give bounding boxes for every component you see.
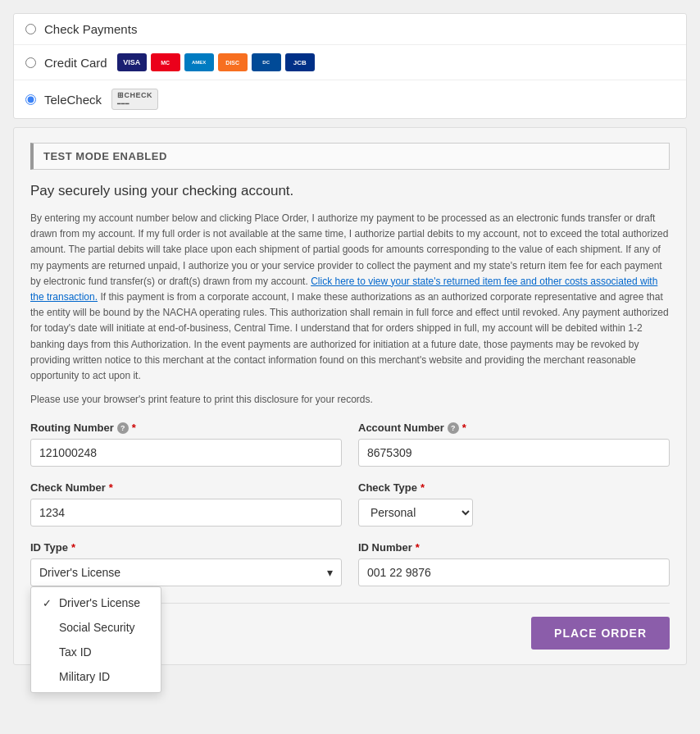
check-number-label: Check Number * xyxy=(30,481,342,494)
form-row-3: ID Type * Driver's License ▾ ✓ Driver's … xyxy=(30,541,670,586)
print-notice: Please use your browser's print feature … xyxy=(30,394,670,405)
id-number-required: * xyxy=(416,541,420,554)
telecheck-logo-icon: ⊞CHECK━━━ xyxy=(111,89,158,110)
test-mode-banner: TEST MODE ENABLED xyxy=(30,143,670,170)
check-number-input[interactable] xyxy=(30,499,342,527)
discover-icon: DISC xyxy=(218,53,248,71)
account-number-input[interactable] xyxy=(358,439,670,467)
routing-number-group: Routing Number ? * xyxy=(30,422,342,467)
check-type-label: Check Type * xyxy=(358,481,670,494)
id-type-option-social-security[interactable]: Social Security xyxy=(31,615,161,640)
mastercard-icon: MC xyxy=(151,53,180,71)
payment-option-check[interactable]: Check Payments xyxy=(14,14,686,45)
telecheck-label: TeleCheck xyxy=(44,93,102,107)
payment-options-container: Check Payments Credit Card VISA MC AMEX … xyxy=(13,13,687,119)
routing-required: * xyxy=(132,422,136,434)
id-type-option-tax-id[interactable]: Tax ID xyxy=(31,640,161,664)
empty-check-icon-3 xyxy=(43,671,54,683)
check-number-group: Check Number * xyxy=(30,481,342,527)
check-label: Check Payments xyxy=(44,22,137,36)
account-required: * xyxy=(462,422,466,434)
jcb-icon: JCB xyxy=(285,53,315,71)
radio-credit[interactable] xyxy=(25,57,36,68)
payment-option-credit[interactable]: Credit Card VISA MC AMEX DISC DC JCB xyxy=(14,45,686,80)
diners-icon: DC xyxy=(252,53,281,71)
routing-number-label: Routing Number ? * xyxy=(30,422,342,434)
id-number-input[interactable] xyxy=(358,558,670,586)
place-order-button[interactable]: PLACE ORDER xyxy=(531,617,670,650)
id-type-container: Driver's License ▾ ✓ Driver's License So… xyxy=(30,558,342,586)
form-row-2: Check Number * Check Type * Personal Bus… xyxy=(30,481,670,527)
payment-option-telecheck[interactable]: TeleCheck ⊞CHECK━━━ xyxy=(14,80,686,118)
id-type-group: ID Type * Driver's License ▾ ✓ Driver's … xyxy=(30,541,342,586)
account-help-icon[interactable]: ? xyxy=(448,422,459,434)
visa-icon: VISA xyxy=(117,53,147,71)
account-number-label: Account Number ? * xyxy=(358,422,670,434)
id-type-dropdown-button[interactable]: Driver's License ▾ xyxy=(30,558,342,586)
id-type-selected-value: Driver's License xyxy=(39,566,120,579)
card-icons: VISA MC AMEX DISC DC JCB xyxy=(117,53,315,71)
disclosure-main: By entering my account number below and … xyxy=(30,211,670,384)
account-number-group: Account Number ? * xyxy=(358,422,670,467)
checkmark-icon: ✓ xyxy=(43,597,54,609)
radio-telecheck[interactable] xyxy=(25,94,36,105)
id-type-required: * xyxy=(71,541,75,554)
id-type-label: ID Type * xyxy=(30,541,342,554)
id-number-group: ID Number * xyxy=(358,541,670,586)
check-type-required: * xyxy=(420,481,425,494)
telecheck-panel: TEST MODE ENABLED Pay securely using you… xyxy=(13,127,687,665)
form-row-1: Routing Number ? * Account Number ? * xyxy=(30,422,670,467)
id-type-dropdown-menu: ✓ Driver's License Social Security Tax I… xyxy=(30,586,161,693)
panel-title: Pay securely using your checking account… xyxy=(30,183,670,199)
check-type-select[interactable]: Personal Business xyxy=(358,499,473,527)
routing-help-icon[interactable]: ? xyxy=(117,422,129,434)
check-type-group: Check Type * Personal Business xyxy=(358,481,670,527)
credit-label: Credit Card xyxy=(44,56,107,70)
id-number-label: ID Number * xyxy=(358,541,670,554)
radio-check[interactable] xyxy=(25,24,36,34)
check-number-required: * xyxy=(109,481,113,494)
empty-check-icon xyxy=(43,622,54,634)
empty-check-icon-2 xyxy=(43,646,54,659)
id-type-option-drivers-license[interactable]: ✓ Driver's License xyxy=(31,590,161,615)
id-type-option-military-id[interactable]: Military ID xyxy=(31,664,161,689)
routing-number-input[interactable] xyxy=(30,439,342,467)
amex-icon: AMEX xyxy=(184,53,214,71)
dropdown-arrow-icon: ▾ xyxy=(327,566,333,579)
